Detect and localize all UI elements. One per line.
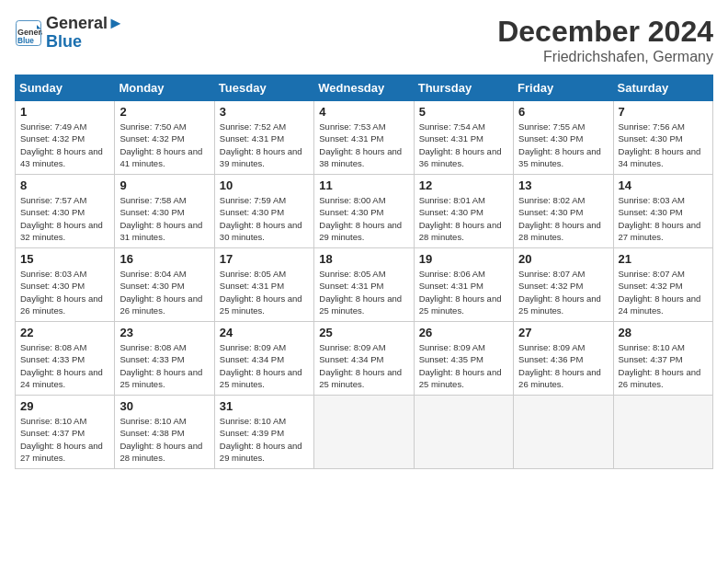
calendar-cell bbox=[613, 396, 712, 469]
day-info: Sunrise: 7:57 AMSunset: 4:30 PMDaylight:… bbox=[20, 194, 109, 243]
calendar-cell: 6 Sunrise: 7:55 AMSunset: 4:30 PMDayligh… bbox=[514, 101, 613, 175]
day-number: 21 bbox=[619, 252, 708, 266]
day-info: Sunrise: 8:10 AMSunset: 4:37 PMDaylight:… bbox=[20, 415, 109, 464]
day-info: Sunrise: 7:50 AMSunset: 4:32 PMDaylight:… bbox=[119, 121, 209, 169]
col-header-saturday: Saturday bbox=[613, 75, 712, 101]
day-number: 12 bbox=[419, 178, 508, 192]
calendar-cell: 5 Sunrise: 7:54 AMSunset: 4:31 PMDayligh… bbox=[414, 101, 513, 175]
day-number: 24 bbox=[220, 326, 309, 339]
calendar-cell: 21 Sunrise: 8:07 AMSunset: 4:32 PMDaylig… bbox=[613, 248, 712, 322]
calendar-cell: 4 Sunrise: 7:53 AMSunset: 4:31 PMDayligh… bbox=[314, 101, 414, 175]
calendar-cell: 22 Sunrise: 8:08 AMSunset: 4:33 PMDaylig… bbox=[16, 322, 115, 396]
title-block: December 2024 Friedrichshafen, Germany bbox=[497, 15, 713, 65]
day-number: 3 bbox=[220, 105, 309, 119]
header-row: SundayMondayTuesdayWednesdayThursdayFrid… bbox=[16, 75, 713, 101]
day-number: 13 bbox=[518, 178, 608, 192]
calendar-cell: 3 Sunrise: 7:52 AMSunset: 4:31 PMDayligh… bbox=[214, 101, 313, 175]
day-info: Sunrise: 7:52 AMSunset: 4:31 PMDaylight:… bbox=[220, 121, 309, 169]
calendar-cell: 9 Sunrise: 7:58 AMSunset: 4:30 PMDayligh… bbox=[115, 175, 214, 248]
day-info: Sunrise: 8:04 AMSunset: 4:30 PMDaylight:… bbox=[119, 268, 209, 316]
day-info: Sunrise: 8:10 AMSunset: 4:38 PMDaylight:… bbox=[119, 415, 209, 464]
day-number: 28 bbox=[619, 326, 708, 339]
calendar-cell: 8 Sunrise: 7:57 AMSunset: 4:30 PMDayligh… bbox=[16, 175, 115, 248]
day-number: 10 bbox=[220, 178, 309, 192]
day-number: 9 bbox=[119, 178, 209, 192]
calendar-cell: 28 Sunrise: 8:10 AMSunset: 4:37 PMDaylig… bbox=[613, 322, 712, 396]
day-number: 14 bbox=[619, 178, 708, 192]
day-number: 17 bbox=[220, 252, 309, 266]
day-info: Sunrise: 8:01 AMSunset: 4:30 PMDaylight:… bbox=[419, 194, 508, 243]
calendar-cell: 20 Sunrise: 8:07 AMSunset: 4:32 PMDaylig… bbox=[514, 248, 613, 322]
day-number: 19 bbox=[419, 252, 508, 266]
col-header-monday: Monday bbox=[115, 75, 214, 101]
day-info: Sunrise: 8:10 AMSunset: 4:37 PMDaylight:… bbox=[619, 341, 708, 390]
calendar-cell bbox=[314, 396, 414, 469]
calendar-cell: 11 Sunrise: 8:00 AMSunset: 4:30 PMDaylig… bbox=[314, 175, 414, 248]
calendar-week-4: 22 Sunrise: 8:08 AMSunset: 4:33 PMDaylig… bbox=[16, 322, 713, 396]
day-info: Sunrise: 8:07 AMSunset: 4:32 PMDaylight:… bbox=[619, 268, 708, 316]
day-number: 18 bbox=[319, 252, 408, 266]
day-info: Sunrise: 8:02 AMSunset: 4:30 PMDaylight:… bbox=[518, 194, 608, 243]
logo-icon: General Blue bbox=[15, 19, 42, 47]
day-info: Sunrise: 8:03 AMSunset: 4:30 PMDaylight:… bbox=[619, 194, 708, 243]
calendar-cell: 18 Sunrise: 8:05 AMSunset: 4:31 PMDaylig… bbox=[314, 248, 414, 322]
calendar-cell: 7 Sunrise: 7:56 AMSunset: 4:30 PMDayligh… bbox=[613, 101, 712, 175]
day-number: 26 bbox=[419, 326, 508, 339]
month-title: December 2024 bbox=[497, 15, 713, 49]
calendar-week-5: 29 Sunrise: 8:10 AMSunset: 4:37 PMDaylig… bbox=[16, 396, 713, 469]
day-number: 22 bbox=[20, 326, 109, 339]
day-info: Sunrise: 7:56 AMSunset: 4:30 PMDaylight:… bbox=[619, 121, 708, 169]
day-info: Sunrise: 7:58 AMSunset: 4:30 PMDaylight:… bbox=[119, 194, 209, 243]
day-number: 15 bbox=[20, 252, 109, 266]
day-number: 6 bbox=[518, 105, 608, 119]
calendar-cell: 12 Sunrise: 8:01 AMSunset: 4:30 PMDaylig… bbox=[414, 175, 513, 248]
day-number: 2 bbox=[119, 105, 209, 119]
col-header-thursday: Thursday bbox=[414, 75, 513, 101]
calendar-cell: 15 Sunrise: 8:03 AMSunset: 4:30 PMDaylig… bbox=[16, 248, 115, 322]
day-number: 4 bbox=[319, 105, 408, 119]
calendar-cell: 19 Sunrise: 8:06 AMSunset: 4:31 PMDaylig… bbox=[414, 248, 513, 322]
calendar-cell: 24 Sunrise: 8:09 AMSunset: 4:34 PMDaylig… bbox=[214, 322, 313, 396]
calendar-week-1: 1 Sunrise: 7:49 AMSunset: 4:32 PMDayligh… bbox=[16, 101, 713, 175]
calendar-cell bbox=[514, 396, 613, 469]
day-number: 8 bbox=[20, 178, 109, 192]
calendar-cell: 17 Sunrise: 8:05 AMSunset: 4:31 PMDaylig… bbox=[214, 248, 313, 322]
calendar-cell: 26 Sunrise: 8:09 AMSunset: 4:35 PMDaylig… bbox=[414, 322, 513, 396]
day-info: Sunrise: 7:53 AMSunset: 4:31 PMDaylight:… bbox=[319, 121, 408, 169]
day-info: Sunrise: 8:08 AMSunset: 4:33 PMDaylight:… bbox=[20, 341, 109, 390]
svg-text:Blue: Blue bbox=[17, 36, 34, 44]
col-header-sunday: Sunday bbox=[16, 75, 115, 101]
calendar-cell: 29 Sunrise: 8:10 AMSunset: 4:37 PMDaylig… bbox=[16, 396, 115, 469]
col-header-tuesday: Tuesday bbox=[214, 75, 313, 101]
day-number: 5 bbox=[419, 105, 508, 119]
calendar-cell: 13 Sunrise: 8:02 AMSunset: 4:30 PMDaylig… bbox=[514, 175, 613, 248]
calendar-cell: 16 Sunrise: 8:04 AMSunset: 4:30 PMDaylig… bbox=[115, 248, 214, 322]
calendar-cell: 25 Sunrise: 8:09 AMSunset: 4:34 PMDaylig… bbox=[314, 322, 414, 396]
day-number: 1 bbox=[20, 105, 109, 119]
day-number: 20 bbox=[518, 252, 608, 266]
calendar-week-2: 8 Sunrise: 7:57 AMSunset: 4:30 PMDayligh… bbox=[16, 175, 713, 248]
day-number: 16 bbox=[119, 252, 209, 266]
calendar-week-3: 15 Sunrise: 8:03 AMSunset: 4:30 PMDaylig… bbox=[16, 248, 713, 322]
calendar-cell: 27 Sunrise: 8:09 AMSunset: 4:36 PMDaylig… bbox=[514, 322, 613, 396]
day-info: Sunrise: 7:54 AMSunset: 4:31 PMDaylight:… bbox=[419, 121, 508, 169]
day-number: 25 bbox=[319, 326, 408, 339]
day-number: 29 bbox=[20, 399, 109, 413]
day-number: 23 bbox=[119, 326, 209, 339]
day-number: 27 bbox=[518, 326, 608, 339]
day-info: Sunrise: 8:07 AMSunset: 4:32 PMDaylight:… bbox=[518, 268, 608, 316]
day-info: Sunrise: 8:09 AMSunset: 4:34 PMDaylight:… bbox=[220, 341, 309, 390]
day-number: 30 bbox=[119, 399, 209, 413]
logo: General Blue General► Blue bbox=[15, 15, 124, 52]
calendar-cell: 2 Sunrise: 7:50 AMSunset: 4:32 PMDayligh… bbox=[115, 101, 214, 175]
day-info: Sunrise: 8:00 AMSunset: 4:30 PMDaylight:… bbox=[319, 194, 408, 243]
day-info: Sunrise: 8:08 AMSunset: 4:33 PMDaylight:… bbox=[119, 341, 209, 390]
calendar-cell bbox=[414, 396, 513, 469]
day-info: Sunrise: 8:09 AMSunset: 4:34 PMDaylight:… bbox=[319, 341, 408, 390]
day-number: 31 bbox=[220, 399, 309, 413]
calendar-cell: 30 Sunrise: 8:10 AMSunset: 4:38 PMDaylig… bbox=[115, 396, 214, 469]
day-number: 11 bbox=[319, 178, 408, 192]
calendar-cell: 23 Sunrise: 8:08 AMSunset: 4:33 PMDaylig… bbox=[115, 322, 214, 396]
page-header: General Blue General► Blue December 2024… bbox=[15, 15, 713, 65]
day-info: Sunrise: 7:49 AMSunset: 4:32 PMDaylight:… bbox=[20, 121, 109, 169]
